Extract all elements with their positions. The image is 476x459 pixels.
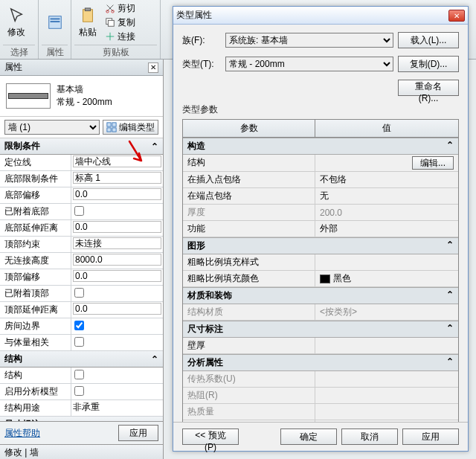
top-att-check[interactable]	[74, 288, 84, 298]
top-const-input[interactable]	[73, 237, 161, 249]
type-selector[interactable]: 墙 (1)	[4, 120, 100, 135]
type-preview: 基本墙 常规 - 200mm	[0, 76, 163, 117]
dialog-apply-button[interactable]: 应用	[402, 428, 459, 445]
close-dialog-button[interactable]: ✕	[448, 10, 465, 22]
structure-edit-button[interactable]: 编辑...	[412, 156, 454, 170]
svg-rect-12	[112, 128, 116, 132]
mass-rel-check[interactable]	[74, 337, 84, 347]
base-off-input[interactable]	[73, 188, 161, 200]
svg-rect-4	[85, 8, 90, 11]
svg-rect-9	[107, 123, 111, 126]
dialog-footer: << 预览(P) 确定 取消 应用	[173, 422, 468, 451]
struct-check[interactable]	[74, 370, 84, 379]
ribbon-group-select: 修改 选择	[0, 0, 39, 59]
cat-graphics[interactable]: 图形⌃	[183, 237, 458, 254]
svg-rect-11	[107, 128, 111, 132]
base-att-check[interactable]	[74, 206, 84, 216]
group-label-properties: 属性	[42, 45, 68, 60]
help-link[interactable]: 属性帮助	[4, 427, 40, 440]
type-label: 类型(T):	[182, 58, 221, 71]
room-bnd-check[interactable]	[74, 321, 84, 330]
edit-type-icon	[106, 122, 117, 132]
edit-type-label: 编辑类型	[119, 121, 155, 134]
coarse-fill-value[interactable]	[315, 254, 458, 270]
wrap-end-value[interactable]: 无	[315, 188, 458, 204]
wrap-ins-value[interactable]: 不包络	[315, 172, 458, 187]
type-properties-dialog: 类型属性 ✕ 族(F): 系统族: 基本墙 载入(L)... 类型(T): 常规…	[173, 6, 469, 452]
cat-structure[interactable]: 结构⌃	[0, 351, 163, 367]
apply-button[interactable]: 应用	[118, 425, 158, 441]
copy-icon	[105, 17, 115, 28]
cat-limits[interactable]: 限制条件⌃	[0, 138, 163, 155]
heat-coef-value	[315, 371, 458, 387]
cancel-button[interactable]: 取消	[341, 428, 398, 445]
cut-button[interactable]: 剪切	[103, 1, 138, 15]
cat-construct[interactable]: 构造⌃	[183, 138, 458, 155]
ribbon-group-properties: 属性	[39, 0, 71, 59]
edit-type-button[interactable]: 编辑类型	[103, 120, 158, 135]
chevron-up-icon: ⌃	[446, 289, 454, 302]
properties-icon	[47, 14, 63, 31]
ok-button[interactable]: 确定	[280, 428, 337, 445]
uncon-h-input[interactable]	[73, 254, 161, 266]
paste-label: 粘贴	[79, 26, 97, 39]
dialog-title: 类型属性	[176, 9, 212, 22]
therm-res-value	[315, 388, 458, 403]
svg-rect-8	[108, 20, 114, 26]
match-icon	[105, 31, 115, 42]
status-bar: 修改 | 墙	[0, 444, 163, 459]
panel-title-bar: 属性 ✕	[0, 60, 163, 76]
wall-thumb-icon	[6, 83, 51, 109]
chevron-up-icon: ⌃	[446, 240, 454, 252]
paste-icon	[80, 7, 96, 24]
type-select[interactable]: 常规 - 200mm	[225, 57, 393, 71]
rename-button[interactable]: 重命名(R)...	[398, 80, 459, 96]
base-const-input[interactable]	[73, 172, 161, 184]
preview-button[interactable]: << 预览(P)	[182, 428, 239, 445]
chevron-up-icon: ⌃	[151, 141, 158, 152]
base-ext-input[interactable]	[73, 221, 161, 233]
cat-dim[interactable]: 尺寸标注⌃	[183, 321, 458, 338]
cat-anal[interactable]: 分析属性⌃	[183, 354, 458, 371]
ana-model-check[interactable]	[74, 386, 84, 396]
wall-thick-value[interactable]	[315, 338, 458, 353]
duplicate-button[interactable]: 复制(D)...	[398, 56, 459, 72]
properties-panel: 属性 ✕ 基本墙 常规 - 200mm 墙 (1) 编辑类型 限制条件⌃ 定位线…	[0, 60, 164, 459]
modify-label: 修改	[7, 26, 25, 39]
top-off-input[interactable]	[73, 270, 161, 282]
struct-mat-value[interactable]: <按类别>	[315, 304, 458, 320]
param-header: 参数 值	[183, 120, 458, 138]
properties-button[interactable]	[42, 1, 68, 45]
svg-rect-10	[112, 123, 116, 126]
function-value[interactable]: 外部	[315, 221, 458, 237]
modify-button[interactable]: 修改	[3, 1, 30, 45]
ribbon-group-clipboard: 粘贴 剪切 复制 连接 剪贴板	[71, 0, 161, 59]
chevron-up-icon: ⌃	[151, 354, 158, 365]
group-label-clipboard: 剪贴板	[74, 45, 157, 60]
top-ext-input[interactable]	[73, 303, 161, 315]
cat-materials[interactable]: 材质和装饰⌃	[183, 287, 458, 304]
usage-value[interactable]: 非承重	[71, 400, 163, 416]
panel-footer: 属性帮助 应用	[0, 421, 163, 444]
family-select[interactable]: 系统族: 基本墙	[225, 33, 393, 48]
load-button[interactable]: 载入(L)...	[398, 32, 459, 48]
dialog-title-bar[interactable]: 类型属性 ✕	[173, 7, 468, 25]
loc-line-input[interactable]	[73, 155, 161, 167]
copy-button[interactable]: 复制	[103, 16, 138, 29]
family-name: 基本墙	[57, 83, 112, 96]
svg-rect-1	[50, 18, 60, 19]
svg-rect-3	[83, 10, 93, 22]
type-name: 常规 - 200mm	[57, 96, 112, 109]
coarse-col-value[interactable]: 黑色	[315, 271, 458, 286]
match-button[interactable]: 连接	[103, 30, 138, 43]
chevron-up-icon: ⌃	[446, 323, 454, 336]
color-swatch-icon	[320, 275, 330, 283]
chevron-up-icon: ⌃	[446, 140, 454, 153]
paste-button[interactable]: 粘贴	[74, 1, 101, 45]
param-table: 参数 值 构造⌃ 结构编辑... 在插入点包络不包络 在端点包络无 厚度200.…	[182, 119, 459, 422]
family-label: 族(F):	[182, 34, 221, 47]
close-panel-button[interactable]: ✕	[148, 62, 158, 73]
panel-title: 属性	[4, 61, 22, 74]
therm-mass-value	[315, 404, 458, 420]
cut-icon	[105, 3, 115, 13]
